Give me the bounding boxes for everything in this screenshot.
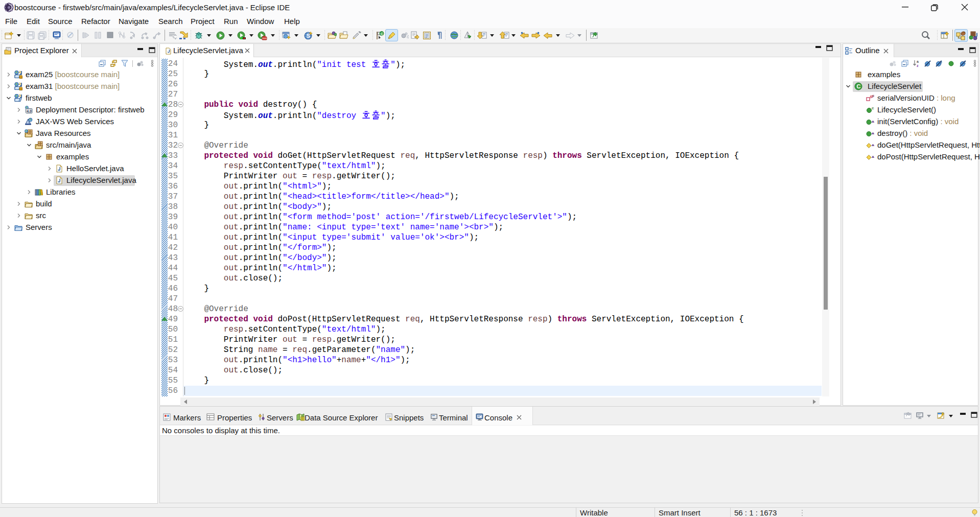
svg-text:4.0: 4.0	[27, 109, 32, 113]
svg-text:L: L	[964, 60, 966, 64]
svg-text:S: S	[940, 60, 942, 64]
svg-text:F: F	[872, 95, 874, 98]
svg-text:c: c	[872, 106, 874, 110]
svg-text:S: S	[307, 33, 310, 39]
svg-text:z: z	[917, 64, 919, 67]
svg-text:C: C	[857, 83, 861, 89]
svg-text:a: a	[917, 60, 919, 63]
svg-text:C: C	[381, 32, 384, 36]
